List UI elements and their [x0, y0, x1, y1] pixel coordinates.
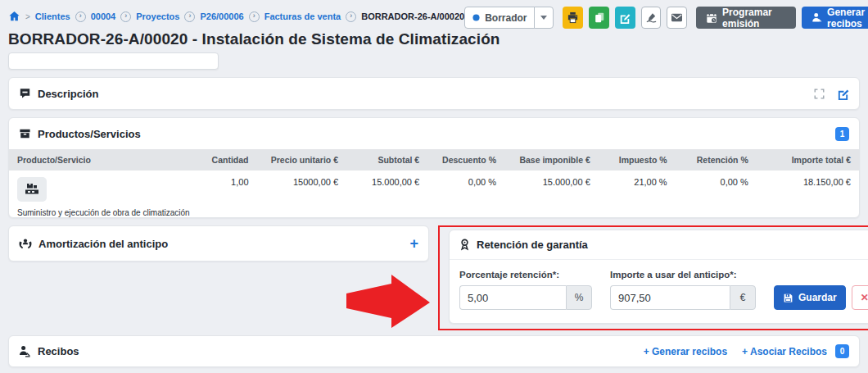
- product-description-row: Suministro y ejecución de obra de climat…: [9, 202, 859, 217]
- chevron-circle-icon: ›: [120, 11, 131, 22]
- chevron-circle-icon: ›: [346, 11, 356, 22]
- productos-table: Producto/Servicio Cantidad Precio unitar…: [9, 149, 859, 217]
- col-producto: Producto/Servicio: [9, 149, 184, 171]
- descripcion-header: Descripción: [9, 78, 859, 109]
- person-pen-icon: [19, 345, 31, 357]
- tags-box[interactable]: [8, 52, 219, 70]
- edit-invoice-button[interactable]: [615, 7, 635, 29]
- email-button[interactable]: [667, 7, 687, 29]
- generar-recibos-label: Generar recibos: [827, 7, 868, 30]
- productos-title: Productos/Servicios: [38, 128, 141, 140]
- amortizacion-card: Amortización del anticipo +: [8, 225, 429, 262]
- cell-precio-unitario: 15000,00 €: [257, 171, 347, 202]
- edit-descripcion-icon[interactable]: [837, 88, 849, 100]
- col-base-imponible: Base imponible €: [504, 149, 599, 171]
- retencion-form: Porcentaje retención*: % Importe a usar …: [450, 260, 868, 323]
- productos-count-badge[interactable]: 1: [835, 127, 849, 141]
- cell-base-imponible: 15.000,00 €: [504, 171, 599, 202]
- recibos-title: Recibos: [38, 345, 79, 357]
- guardar-button[interactable]: Guardar: [774, 285, 846, 310]
- chevron-circle-icon: ›: [249, 11, 260, 22]
- cell-impuesto: 21,00 %: [599, 171, 676, 202]
- cancelar-button[interactable]: ✕ Cancelar: [852, 285, 868, 310]
- euro-addon: €: [730, 285, 756, 310]
- add-amortizacion-button[interactable]: +: [409, 236, 418, 251]
- porcentaje-label: Porcentaje retención*:: [459, 270, 592, 280]
- descripcion-card: Descripción: [8, 77, 860, 110]
- x-icon: ✕: [861, 292, 868, 303]
- col-retencion: Retención %: [676, 149, 757, 171]
- top-bar: > Clientes › 00004 › Proyectos › P26/000…: [8, 7, 860, 29]
- status-button[interactable]: Borrador: [464, 7, 535, 29]
- porcentaje-input[interactable]: [459, 285, 566, 310]
- breadcrumb-proyectos[interactable]: Proyectos: [136, 11, 179, 21]
- page-title: BORRADOR-26-A/00020 - Instalación de Sis…: [8, 30, 860, 48]
- breadcrumb: > Clientes › 00004 › Proyectos › P26/000…: [8, 11, 464, 22]
- cell-subtotal: 15.000,00 €: [346, 171, 427, 202]
- person-icon: [811, 12, 822, 23]
- annotation-rectangle: Retención de garantía Porcentaje retenci…: [438, 225, 868, 330]
- expand-icon[interactable]: [814, 89, 825, 99]
- product-item-button[interactable]: [17, 177, 47, 202]
- save-icon: [783, 293, 793, 303]
- retencion-header: Retención de garantía: [450, 230, 868, 260]
- edit-icon: [619, 12, 631, 24]
- guardar-label: Guardar: [798, 292, 837, 303]
- status-split-button: Borrador: [464, 7, 554, 29]
- cell-retencion: 0,00 %: [676, 171, 757, 202]
- caret-down-icon: [540, 16, 547, 20]
- table-header-row: Producto/Servicio Cantidad Precio unitar…: [9, 149, 859, 171]
- sign-button[interactable]: [641, 7, 662, 29]
- status-label: Borrador: [485, 12, 527, 24]
- breadcrumb-facturas[interactable]: Facturas de venta: [264, 11, 341, 21]
- col-subtotal: Subtotal €: [346, 149, 427, 171]
- cell-importe-total: 18.150,00 €: [757, 171, 859, 202]
- importe-field: Importe a usar del anticipo*: €: [610, 270, 756, 310]
- box-icon: [19, 128, 31, 139]
- breadcrumb-proyecto-id[interactable]: P26/00006: [200, 11, 243, 21]
- importe-label: Importe a usar del anticipo*:: [610, 270, 756, 280]
- cell-cantidad: 1,00: [184, 171, 257, 202]
- recibos-count-badge[interactable]: 0: [835, 344, 849, 358]
- signature-icon: [645, 11, 658, 24]
- col-impuesto: Impuesto %: [599, 149, 676, 171]
- boxes-pallet-icon: [25, 183, 39, 196]
- recibos-header: Recibos + Generar recibos + Asociar Reci…: [9, 336, 859, 366]
- amortizacion-header: Amortización del anticipo +: [9, 226, 428, 261]
- status-dot-icon: [472, 14, 480, 21]
- col-cantidad: Cantidad: [184, 149, 257, 171]
- hands-holding-icon: [19, 238, 32, 249]
- chevron-circle-icon: ›: [75, 11, 86, 22]
- cell-descuento: 0,00 %: [427, 171, 504, 202]
- toolbar: Borrador: [464, 7, 868, 29]
- copy-icon: [594, 11, 605, 24]
- breadcrumb-clientes[interactable]: Clientes: [35, 11, 70, 21]
- breadcrumb-current: BORRADOR-26-A/00020: [361, 11, 464, 21]
- programar-emision-label: Programar emisión: [722, 7, 786, 30]
- porcentaje-field: Porcentaje retención*: %: [459, 270, 592, 310]
- productos-card: Productos/Servicios 1 Producto/Servicio …: [8, 117, 860, 218]
- descripcion-title: Descripción: [38, 88, 98, 100]
- product-description: Suministro y ejecución de obra de climat…: [9, 202, 859, 217]
- col-descuento: Descuento %: [427, 149, 504, 171]
- importe-input[interactable]: [610, 285, 730, 310]
- asociar-recibos-link[interactable]: + Asociar Recibos: [742, 346, 827, 357]
- generar-recibos-button[interactable]: Generar recibos: [802, 7, 868, 29]
- copy-button[interactable]: [589, 7, 609, 29]
- print-button[interactable]: [563, 7, 583, 29]
- retencion-title: Retención de garantía: [477, 239, 588, 251]
- chevron-circle-icon: ›: [184, 11, 195, 22]
- programar-emision-button[interactable]: Programar emisión: [696, 7, 796, 29]
- home-icon[interactable]: [8, 11, 20, 22]
- recibos-card: Recibos + Generar recibos + Asociar Reci…: [8, 335, 860, 367]
- envelope-icon: [671, 12, 683, 23]
- retencion-garantia-card: Retención de garantía Porcentaje retenci…: [449, 230, 868, 324]
- breadcrumb-cliente-id[interactable]: 00004: [91, 11, 116, 21]
- status-dropdown-button[interactable]: [534, 7, 554, 29]
- col-importe-total: Importe total €: [757, 149, 859, 171]
- breadcrumb-separator: >: [25, 12, 30, 21]
- percent-addon: %: [566, 285, 592, 310]
- generar-recibos-link[interactable]: + Generar recibos: [644, 346, 727, 357]
- amortizacion-title: Amortización del anticipo: [38, 238, 168, 250]
- calendar-clock-icon: [706, 12, 717, 24]
